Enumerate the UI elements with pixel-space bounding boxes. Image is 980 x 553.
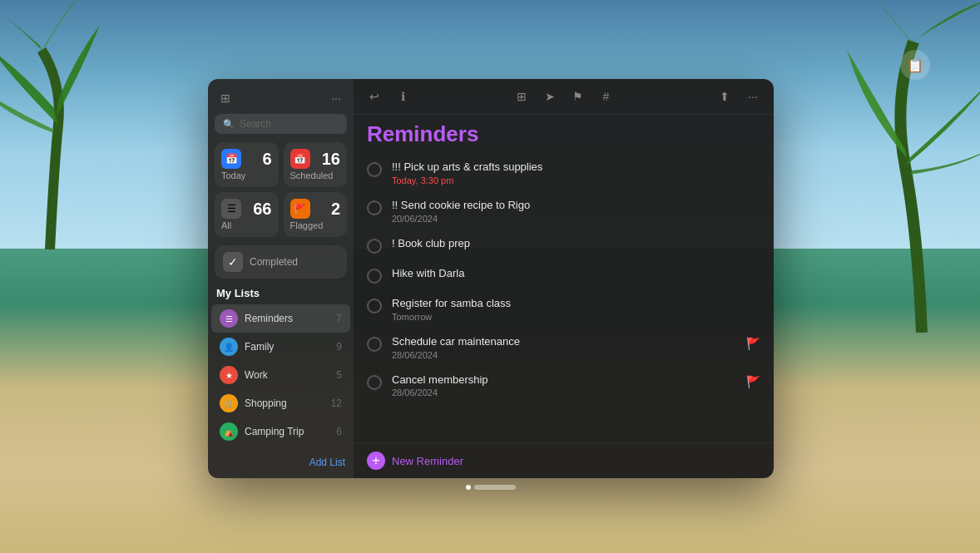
reminder-body-3: ! Book club prep [392,237,760,251]
more-button[interactable]: ··· [742,86,764,107]
reminder-title-4: Hike with Darla [392,267,760,281]
scheduled-count: 16 [322,150,340,169]
today-count: 6 [262,150,271,169]
reminder-subtitle-1: Today, 3:30 pm [392,175,760,185]
toolbar: ↩ ℹ ⊞ ➤ ⚑ # ⬆ ··· [354,79,774,115]
clipboard-button[interactable]: 📋 [900,50,930,80]
new-reminder-button[interactable]: + New Reminder [367,452,463,470]
reminders-list-count: 7 [336,313,342,324]
reminder-subtitle-7: 28/06/2024 [392,388,740,397]
reminder-subtitle-5: Tomorrow [392,312,760,322]
reminder-flag-7: 🚩 [746,375,760,388]
smart-lists-grid: 📅 6 Today 📅 16 Scheduled ☰ 66 All [208,142,354,245]
reminder-body-7: Cancel membership 28/06/2024 [392,373,740,398]
reminder-body-6: Schedule car maintenance 28/06/2024 [392,335,740,360]
reminder-circle-1[interactable] [367,162,382,177]
smart-list-scheduled[interactable]: 📅 16 Scheduled [284,142,348,187]
main-footer: + New Reminder [354,442,774,478]
search-icon: 🔍 [223,119,235,130]
list-items-container: ☰ Reminders 7 👤 Family 9 ★ Work 5 [208,304,354,450]
reminder-list: !!! Pick up arts & crafts supplies Today… [354,151,774,442]
search-input[interactable] [240,118,339,130]
reminders-list-icon: ☰ [220,309,238,328]
sidebar: ⊞ ··· 🔍 📅 6 Today 📅 16 Scheduled [208,79,354,478]
today-icon: 📅 [221,149,241,169]
plus-icon: + [367,452,385,470]
reminder-title-6: Schedule car maintenance [392,335,740,349]
smart-list-today[interactable]: 📅 6 Today [215,142,279,187]
reminder-subtitle-2: 20/06/2024 [392,214,760,224]
family-list-count: 9 [336,341,342,353]
flag-button[interactable]: ⚑ [567,86,589,107]
reminder-subtitle-6: 28/06/2024 [392,350,740,360]
scroll-dot-active [466,485,471,490]
reminder-circle-3[interactable] [367,239,382,254]
back-button[interactable]: ↩ [364,86,385,107]
scroll-indicator [208,485,774,490]
family-list-name: Family [245,341,336,353]
reminders-title: Reminders [354,115,774,151]
calendar-view-button[interactable]: ⊞ [511,86,532,107]
reminder-title-1: !!! Pick up arts & crafts supplies [392,160,760,175]
reminder-circle-4[interactable] [367,269,382,284]
all-count: 66 [253,200,271,219]
reminder-title-3: ! Book club prep [392,237,760,251]
reminder-circle-2[interactable] [367,200,382,215]
sidebar-more-button[interactable]: ··· [327,89,345,107]
all-label: All [221,220,272,230]
shopping-list-icon: 🛒 [220,394,238,412]
reminder-title-5: Register for samba class [392,297,760,311]
reminder-circle-7[interactable] [367,375,382,390]
today-label: Today [221,170,272,180]
new-reminder-label: New Reminder [392,455,463,467]
all-icon: ☰ [221,199,241,219]
main-content: ↩ ℹ ⊞ ➤ ⚑ # ⬆ ··· Reminders !!! Pick up … [354,79,774,478]
smart-list-all[interactable]: ☰ 66 All [215,192,279,237]
sidebar-footer: Add List [208,450,354,472]
reminder-body-5: Register for samba class Tomorrow [392,297,760,322]
camping-list-count: 6 [336,426,342,437]
reminder-body-4: Hike with Darla [392,267,760,281]
sidebar-item-shopping[interactable]: 🛒 Shopping 12 [211,389,350,417]
smart-list-flagged[interactable]: 🚩 2 Flagged [284,192,348,237]
sidebar-item-work[interactable]: ★ Work 5 [211,361,350,389]
sidebar-header: ⊞ ··· [208,86,354,114]
sidebar-item-family[interactable]: 👤 Family 9 [211,333,350,361]
shopping-list-name: Shopping [245,397,331,409]
camping-list-icon: ⛺ [220,422,238,441]
reminder-circle-5[interactable] [367,299,382,314]
sidebar-toggle-button[interactable]: ⊞ [216,89,235,107]
sidebar-item-camping[interactable]: ⛺ Camping Trip 6 [211,417,350,446]
sidebar-item-reminders[interactable]: ☰ Reminders 7 [211,304,350,333]
reminders-list-name: Reminders [245,313,336,324]
work-list-icon: ★ [220,366,238,384]
family-list-icon: 👤 [220,338,238,356]
add-list-button[interactable]: Add List [309,457,345,468]
camping-list-name: Camping Trip [245,426,336,437]
reminder-item-4[interactable]: Hike with Darla [354,260,774,290]
share-button[interactable]: ⬆ [714,86,735,107]
reminder-title-7: Cancel membership [392,373,740,388]
info-button[interactable]: ℹ [392,86,413,107]
reminder-title-2: !! Send cookie recipe to Rigo [392,199,760,213]
reminder-item-2[interactable]: !! Send cookie recipe to Rigo 20/06/2024 [354,192,774,230]
reminder-item-7[interactable]: Cancel membership 28/06/2024 🚩 [354,367,774,405]
reminder-circle-6[interactable] [367,337,382,352]
search-bar[interactable]: 🔍 [215,114,347,134]
reminder-item-6[interactable]: Schedule car maintenance 28/06/2024 🚩 [354,328,774,367]
completed-icon: ✓ [223,252,243,272]
reminder-body-1: !!! Pick up arts & crafts supplies Today… [392,160,760,185]
completed-card[interactable]: ✓ Completed [215,245,347,279]
scheduled-label: Scheduled [290,170,341,180]
completed-label: Completed [250,256,298,268]
reminder-item-5[interactable]: Register for samba class Tomorrow [354,290,774,328]
my-lists-header: My Lists [208,287,354,304]
location-button[interactable]: ➤ [539,86,561,107]
hashtag-button[interactable]: # [596,86,617,107]
work-list-count: 5 [336,369,342,381]
flagged-icon: 🚩 [290,199,310,219]
reminder-body-2: !! Send cookie recipe to Rigo 20/06/2024 [392,199,760,224]
reminder-item-1[interactable]: !!! Pick up arts & crafts supplies Today… [354,154,774,192]
reminder-item-3[interactable]: ! Book club prep [354,230,774,260]
flagged-count: 2 [331,200,340,219]
